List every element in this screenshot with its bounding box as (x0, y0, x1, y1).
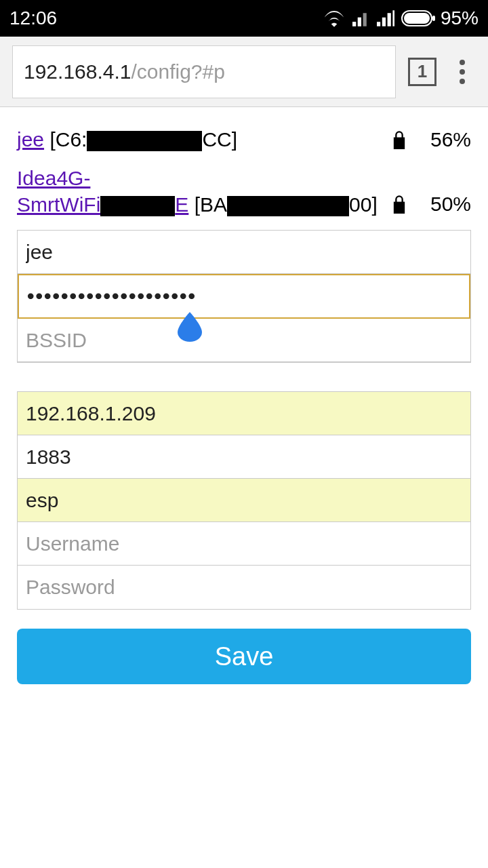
port-input[interactable] (18, 435, 470, 479)
page-content: jee [C6:CC] 56% Idea4G-SmrtWiFiE [BA00] … (0, 107, 488, 684)
svg-rect-2 (432, 16, 435, 21)
network-info: jee [C6:CC] (17, 126, 391, 153)
status-time: 12:06 (9, 7, 57, 29)
mqtt-password-input[interactable] (18, 566, 470, 609)
network-ssid-end: E (175, 193, 188, 216)
browser-bar: 192.168.4.1/config?#p 1 (0, 37, 488, 107)
network-ssid-link[interactable]: Idea4G-SmrtWiFi (17, 167, 100, 216)
battery-indicator: 95% (401, 7, 479, 29)
signal-percent: 50% (424, 191, 471, 217)
tab-count-button[interactable]: 1 (408, 58, 436, 86)
mqtt-settings-group (17, 391, 471, 610)
network-meta: 56% (391, 126, 471, 153)
status-bar: 12:06 95% (0, 0, 488, 37)
svg-rect-1 (404, 13, 430, 24)
signal-percent: 56% (424, 126, 471, 153)
username-input[interactable] (18, 522, 470, 566)
lock-icon (391, 195, 407, 214)
network-info: Idea4G-SmrtWiFiE [BA00] (17, 165, 391, 218)
menu-dot-icon (460, 60, 465, 65)
server-ip-input[interactable] (18, 392, 470, 435)
network-row: Idea4G-SmrtWiFiE [BA00] 50% (17, 165, 471, 218)
wifi-icon (323, 9, 346, 27)
bssid-prefix: [BA (188, 193, 227, 216)
tab-count-label: 1 (418, 61, 427, 82)
battery-icon (401, 10, 436, 26)
redacted-block (100, 196, 175, 216)
url-input[interactable]: 192.168.4.1/config?#p (12, 45, 396, 98)
battery-percent: 95% (441, 7, 479, 29)
url-path: /config?#p (131, 60, 224, 83)
lock-icon (391, 130, 407, 149)
status-right: 95% (323, 7, 479, 29)
redacted-block (87, 131, 202, 151)
signal-1-icon (352, 10, 370, 26)
network-row: jee [C6:CC] 56% (17, 126, 471, 153)
menu-dot-icon (460, 79, 465, 84)
client-id-input[interactable] (18, 479, 470, 522)
wifi-credentials-group (17, 230, 471, 363)
more-menu-button[interactable] (449, 60, 476, 84)
redacted-block (227, 196, 349, 216)
save-button[interactable]: Save (17, 629, 471, 684)
bssid-input[interactable] (18, 319, 470, 362)
url-host: 192.168.4.1 (24, 60, 131, 83)
menu-dot-icon (460, 69, 465, 75)
wifi-password-input[interactable] (18, 274, 470, 319)
bssid-suffix: CC] (202, 128, 237, 151)
network-ssid-link[interactable]: jee (17, 128, 44, 151)
bssid-prefix: [C6: (44, 128, 87, 151)
bssid-suffix: 00] (349, 193, 378, 216)
signal-2-icon (377, 10, 394, 26)
network-meta: 50% (391, 165, 471, 217)
ssid-input[interactable] (18, 231, 470, 274)
